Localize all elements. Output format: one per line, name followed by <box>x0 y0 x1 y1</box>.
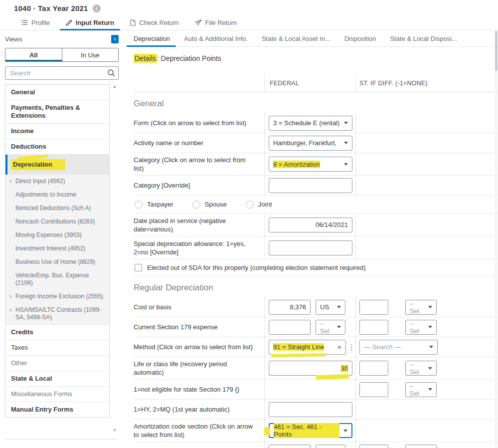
date-in-service-row: Date placed in service (negative date=va… <box>134 214 498 236</box>
info-icon[interactable]: i <box>93 4 101 12</box>
tab-disposition[interactable]: Disposition <box>337 31 383 46</box>
scroll-up-icon[interactable]: ▲ <box>113 84 117 89</box>
clear-icon[interactable]: × <box>333 343 341 351</box>
tab-depreciation[interactable]: Depreciation <box>127 31 177 46</box>
life-state-select[interactable]: – Sel <box>405 361 437 376</box>
details-prefix: Details <box>134 54 157 63</box>
not-eligible-state-input[interactable] <box>359 382 388 397</box>
chevron-down-icon <box>343 430 347 432</box>
category-override-input[interactable] <box>269 178 352 193</box>
search-input[interactable] <box>5 66 119 80</box>
cost-basis-state-select[interactable]: – Sel <box>405 300 437 315</box>
marker-stroke <box>271 353 326 357</box>
content-scrollbar-track[interactable] <box>495 31 498 448</box>
section-regular-depreciation: Regular Depreciation <box>134 276 498 297</box>
document-icon <box>130 19 136 26</box>
sidebar-item-payments-penalties[interactable]: Payments, Penalties & Extensions <box>5 100 109 123</box>
sidebar-item-credits[interactable]: Credits <box>5 324 109 340</box>
sidebar-item-general[interactable]: General <box>5 85 109 100</box>
tab-check-return[interactable]: Check Return <box>122 15 186 30</box>
sidebar-item-deductions[interactable]: Deductions <box>5 139 109 154</box>
collapse-panel-button[interactable]: ‹ <box>111 35 119 43</box>
pencil-icon <box>66 19 72 26</box>
search-icon[interactable] <box>107 69 115 79</box>
sidebar-item-direct-input-4562[interactable]: ›Direct Input (4562) <box>5 175 109 188</box>
sidebar-item-noncash-contributions[interactable]: Noncash Contributions (8283) <box>5 215 109 228</box>
life-state-input[interactable] <box>359 361 388 376</box>
sidebar-item-depreciation[interactable]: Depreciation <box>5 154 109 175</box>
section-179-state-input[interactable] <box>359 320 388 335</box>
section-179-input[interactable] <box>269 320 311 335</box>
radio-icon <box>135 201 143 209</box>
tab-state-local-disposition[interactable]: State & Local Disposi... <box>383 31 464 46</box>
radio-joint[interactable]: Joint <box>246 201 272 209</box>
field-label: Current Section 179 expense <box>134 317 264 337</box>
field-label: Cost or basis <box>134 297 264 317</box>
chevron-down-icon <box>428 326 432 328</box>
tab-profile[interactable]: Profile <box>13 15 58 30</box>
sidebar-item-vehicle-emp-bus-expense[interactable]: Vehicle/Emp. Bus. Expense (2106) <box>5 269 109 290</box>
chevron-down-icon <box>428 306 432 308</box>
field-label: Life or class life (recovery period auto… <box>134 357 264 379</box>
field-label: Category (Click on arrow to select from … <box>134 153 264 175</box>
sidebar-item-other[interactable]: Other <box>5 355 109 371</box>
sidebar-item-foreign-income-exclusion[interactable]: ›Foreign Income Exclusion (2555) <box>5 290 109 303</box>
section-179-source-select[interactable]: – Sel <box>316 320 345 335</box>
app-header: 1040 · Tax Year 2021 i <box>14 4 101 12</box>
toggle-all[interactable]: All <box>5 48 62 61</box>
tab-input-return[interactable]: Input Return <box>58 15 122 30</box>
app-window: 1040 · Tax Year 2021 i Profile Input Ret… <box>0 0 498 448</box>
kebab-menu-icon[interactable]: ⋮ <box>348 343 355 351</box>
radio-spouse[interactable]: Spouse <box>192 201 227 209</box>
section-179-state-select[interactable]: – Sel <box>405 320 437 335</box>
cost-basis-input[interactable]: 8,376 <box>269 300 311 315</box>
current-sda-state-input[interactable] <box>359 445 388 448</box>
radio-taxpayer[interactable]: Taxpayer <box>135 201 173 209</box>
method-state-select[interactable]: — Search — <box>359 340 438 355</box>
method-combobox[interactable]: 91 = Straight Line × <box>269 340 346 355</box>
chevron-down-icon <box>344 122 348 124</box>
special-allowance-input[interactable] <box>269 240 352 255</box>
sidebar-item-adjustments-to-income[interactable]: Adjustments to Income <box>5 188 109 202</box>
field-label: Category [Override] <box>134 176 264 195</box>
marker-stroke <box>18 154 48 160</box>
sidebar-item-miscellaneous-forms[interactable]: Miscellaneous Forms <box>5 386 109 402</box>
current-sda-source-select[interactable] <box>316 445 345 448</box>
not-eligible-state-select[interactable]: – Sel <box>405 382 437 397</box>
sidebar-item-business-use-of-home[interactable]: Business Use of Home (8829) <box>5 255 109 269</box>
tab-auto-additional-info[interactable]: Auto & Additional Info. <box>177 31 255 46</box>
current-sda-state-select[interactable] <box>405 445 437 448</box>
activity-select[interactable]: Hamburger, Frankfurt, <box>269 136 352 151</box>
scroll-down-icon[interactable]: ▼ <box>113 428 117 433</box>
sidebar-item-income[interactable]: Income <box>5 123 109 139</box>
sidebar-item-manual-entry-forms[interactable]: Manual Entry Forms <box>5 402 109 417</box>
sidebar-item-hsa-msa-ltc-contracts[interactable]: ›HSA/MSA/LTC Contracts (1099-SA, 5498-SA… <box>5 303 109 324</box>
sidebar-item-itemized-deductions[interactable]: Itemized Deductions (Sch A) <box>5 202 109 215</box>
toggle-in-use[interactable]: In Use <box>62 48 119 61</box>
amortization-code-select[interactable]: 461 = Sec. 461 - Points <box>269 423 352 438</box>
chevron-down-icon <box>344 142 348 144</box>
cost-basis-source-select[interactable]: US <box>316 300 345 315</box>
section-general: General <box>134 92 498 113</box>
not-eligible-179-row: 1=not eligible for state Section 179 {} … <box>134 380 498 400</box>
field-label: Special depreciation allowance: 1=yes, 2… <box>134 236 264 259</box>
category-select[interactable]: 8 = Amortization <box>269 157 352 172</box>
details-title: : Depreciation Points <box>157 54 221 62</box>
hy-mq-input[interactable] <box>269 402 352 417</box>
content-scrollbar-thumb[interactable] <box>495 31 498 71</box>
date-in-service-input[interactable]: 06/14/2021 <box>269 218 352 232</box>
sidebar-item-moving-expenses[interactable]: Moving Expenses (3903) <box>5 228 109 242</box>
field-label: Current special depreciation allowance <box>134 442 264 448</box>
tab-state-local-asset-info[interactable]: State & Local Asset In... <box>255 31 337 46</box>
checkbox-icon <box>135 264 142 271</box>
current-sda-input[interactable] <box>269 445 311 448</box>
owner-radio-row: Taxpayer Spouse Joint <box>134 196 498 214</box>
sidebar-item-taxes[interactable]: Taxes <box>5 340 109 355</box>
life-input[interactable]: 30 <box>269 361 352 376</box>
sidebar-item-investment-interest[interactable]: Investment Interest (4952) <box>5 242 109 255</box>
elected-out-checkbox[interactable]: Elected out of SDA for this property (co… <box>135 264 366 271</box>
tab-file-return[interactable]: File Return <box>187 15 245 30</box>
sidebar-item-state-and-local[interactable]: State & Local <box>5 371 109 386</box>
form-select[interactable]: 3 = Schedule E (rental) <box>269 116 352 131</box>
cost-basis-state-input[interactable] <box>359 300 388 315</box>
